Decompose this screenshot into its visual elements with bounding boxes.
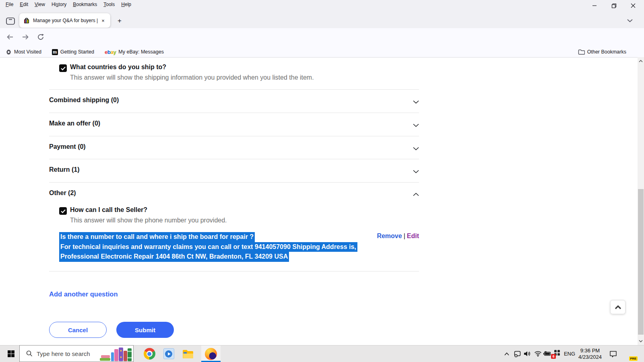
wifi-icon — [534, 351, 542, 357]
section-make-offer[interactable]: Make an offer (0) — [49, 120, 100, 127]
scrollbar-thumb[interactable] — [638, 189, 644, 335]
call-question-label: How can I call the Seller? — [70, 206, 147, 214]
firefox-view-icon — [6, 17, 15, 25]
taskbar-search-box[interactable] — [19, 345, 134, 362]
bookmark-getting-started[interactable]: m Getting Started — [52, 49, 94, 55]
divider — [49, 113, 419, 113]
navigation-toolbar: https://www.ebay.com/cnt/ManageSellerFAQ… — [0, 28, 644, 47]
qa-question-line: Is there a number to call and where i sh… — [59, 232, 255, 242]
tray-action-center-button[interactable] — [607, 346, 619, 362]
section-return[interactable]: Return (1) — [49, 166, 80, 173]
remove-link[interactable]: Remove — [377, 232, 402, 239]
menu-edit[interactable]: Edit — [17, 0, 31, 8]
scroll-to-top-button[interactable] — [610, 300, 625, 314]
cancel-button[interactable]: Cancel — [49, 322, 107, 338]
section-combined-shipping[interactable]: Combined shipping (0) — [49, 97, 119, 104]
reload-button[interactable] — [37, 33, 44, 42]
tray-show-hidden-icons-button[interactable] — [502, 346, 511, 362]
menu-bookmarks[interactable]: Bookmarks — [70, 0, 100, 8]
section-other[interactable]: Other (2) — [49, 189, 76, 197]
chevron-down-icon — [639, 340, 643, 342]
divider — [49, 89, 419, 90]
menu-bar: File Edit View History Bookmarks Tools H… — [0, 0, 134, 8]
other-bookmarks-button[interactable]: Other Bookmarks — [578, 49, 626, 55]
checkmark-icon — [61, 66, 66, 70]
movies-tv-icon — [163, 348, 174, 359]
edit-link[interactable]: Edit — [407, 232, 419, 239]
firefox-view-button[interactable] — [5, 16, 16, 26]
section-payment[interactable]: Payment (0) — [49, 143, 86, 150]
tab-manage-qa[interactable]: Manage your Q&A for buyers | e × — [19, 13, 110, 28]
folder-icon — [578, 49, 585, 55]
ship-question-label: What countries do you ship to? — [70, 64, 166, 71]
firefox-icon — [205, 348, 217, 360]
selected-qa-text[interactable]: Is there a number to call and where i sh… — [59, 232, 357, 262]
bookmarks-bar: Most Visited m Getting Started ebay My e… — [0, 47, 644, 58]
close-icon — [631, 3, 636, 8]
menu-help[interactable]: Help — [118, 0, 134, 8]
tray-battery-icon[interactable] — [542, 346, 552, 362]
taskbar-search-input[interactable] — [37, 350, 101, 357]
tab-close-icon[interactable]: × — [99, 16, 107, 25]
battery-icon — [543, 351, 551, 356]
ship-question-desc: This answer will show the shipping infor… — [70, 74, 314, 81]
forward-button[interactable] — [22, 33, 29, 42]
submit-button[interactable]: Submit — [116, 322, 174, 338]
scrollbar-down-arrow[interactable] — [638, 338, 644, 344]
search-icon — [26, 350, 33, 357]
start-button[interactable] — [5, 346, 17, 362]
qa-answer-line-2: Professional Electronic Repair 1404 86th… — [59, 252, 289, 262]
ebay-manage-qa-page: What countries do you ship to? This answ… — [0, 58, 638, 345]
restore-button[interactable] — [607, 1, 621, 10]
qa-actions: Remove|Edit — [377, 232, 419, 240]
new-tab-button[interactable]: + — [114, 16, 125, 26]
ship-question-checkbox[interactable] — [59, 64, 67, 72]
chevron-down-icon[interactable] — [413, 145, 419, 152]
divider — [49, 159, 419, 159]
menu-history[interactable]: History — [48, 0, 70, 8]
menu-view[interactable]: View — [31, 0, 48, 8]
menu-tools[interactable]: Tools — [100, 0, 118, 8]
chevron-down-icon[interactable] — [413, 98, 419, 105]
divider — [49, 136, 419, 136]
tray-badge-count: 6 — [551, 354, 556, 359]
windows-logo-icon — [8, 350, 14, 357]
bookmark-my-ebay-messages[interactable]: ebay My eBay: Messages — [105, 49, 164, 55]
taskbar-file-explorer-button[interactable] — [179, 346, 197, 362]
call-question-checkbox[interactable] — [59, 207, 67, 215]
copilot-icon: PRE — [625, 348, 636, 360]
browser-titlebar: File Edit View History Bookmarks Tools H… — [0, 0, 644, 28]
taskbar-chrome-button[interactable] — [140, 346, 159, 362]
scrollbar-up-arrow[interactable] — [638, 58, 644, 64]
tray-app-badge-icon[interactable]: 6 — [551, 346, 561, 362]
tray-clock[interactable]: 9:36 PM4/23/2024 — [573, 346, 607, 362]
add-another-question-link[interactable]: Add another question — [49, 290, 118, 298]
mozilla-icon: m — [52, 49, 58, 55]
tab-title: Manage your Q&A for buyers | e — [33, 18, 99, 23]
bookmark-most-visited[interactable]: Most Visited — [6, 49, 41, 55]
close-button[interactable] — [626, 1, 640, 10]
gear-icon — [6, 49, 12, 55]
tray-volume-icon[interactable] — [522, 346, 532, 362]
call-question-desc: This answer will show the phone number y… — [70, 217, 227, 224]
menu-file[interactable]: File — [2, 0, 17, 8]
page-scrollbar[interactable] — [638, 57, 644, 345]
taskbar-movies-tv-button[interactable] — [159, 346, 178, 362]
speaker-icon — [524, 351, 531, 357]
notification-icon — [609, 350, 617, 358]
grid-app-icon: 6 — [552, 350, 560, 358]
tray-meet-now-icon[interactable] — [513, 346, 522, 362]
qa-answer-line-1: For technical inquiries and warranty cla… — [59, 242, 357, 252]
list-all-tabs-button[interactable] — [627, 17, 633, 24]
back-button[interactable] — [6, 33, 14, 42]
ebay-favicon — [23, 17, 30, 24]
divider — [49, 182, 419, 183]
chevron-up-icon[interactable] — [413, 191, 419, 198]
chevron-down-icon[interactable] — [413, 121, 419, 129]
tray-wifi-icon[interactable] — [533, 346, 543, 362]
tray-copilot-button[interactable]: PRE — [623, 346, 638, 362]
minimize-button[interactable] — [588, 1, 601, 10]
taskbar-firefox-button[interactable] — [201, 346, 221, 362]
chevron-down-icon[interactable] — [413, 168, 419, 175]
chevron-up-icon — [615, 305, 621, 309]
